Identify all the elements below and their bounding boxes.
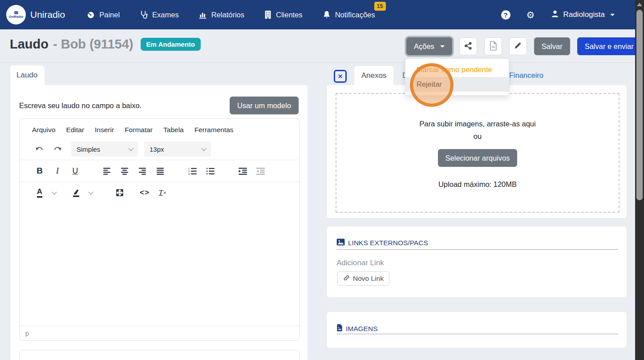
nav-clientes[interactable]: Clientes [264, 10, 303, 19]
editor-toolbar-history: Simples 13px [20, 138, 299, 160]
menu-tabela[interactable]: Tabela [163, 126, 184, 134]
nav-label: Exames [152, 11, 179, 19]
upload-max-size: Upload máximo: 120MB [336, 180, 619, 189]
edit-button[interactable] [509, 37, 527, 55]
secondary-section-box [19, 350, 300, 360]
highlight-chevron-icon[interactable] [86, 185, 95, 200]
header-divider [0, 62, 644, 63]
add-link-label: Adicionar Link [336, 259, 384, 267]
tab-financeiro[interactable]: Financeiro [509, 71, 543, 80]
gear-icon[interactable]: ⚙ [527, 10, 535, 20]
highlight-color-icon[interactable] [69, 185, 84, 200]
editor-toolbar-format: B I U 123 [20, 160, 299, 182]
stethoscope-icon [139, 10, 148, 19]
chevron-down-icon [610, 14, 615, 16]
nav-notificacoes[interactable]: Notificações 15 [322, 10, 375, 19]
element-path[interactable]: p [25, 330, 29, 337]
external-links-card: LINKS EXTERNOS/PACS Adicionar Link Novo … [326, 226, 627, 298]
save-and-send-button[interactable]: Salvar e enviar [577, 37, 641, 55]
section-divider [336, 249, 618, 250]
save-button[interactable]: Salvar [534, 37, 570, 55]
upload-dropzone[interactable]: Para subir imagens, arraste-as aqui ou S… [336, 93, 620, 213]
clear-formatting-icon[interactable]: T× [155, 185, 170, 200]
building-icon [264, 10, 272, 19]
bullet-list-icon[interactable] [203, 163, 218, 178]
images-section-header: IMAGENS [336, 324, 377, 333]
nav-label: Relatórios [211, 11, 244, 19]
bar-chart-icon [198, 10, 207, 19]
nav-right: ? ⚙ Radiologista [501, 9, 615, 20]
pdf-button[interactable] [484, 37, 502, 55]
use-template-button[interactable]: Usar um modelo [230, 97, 299, 114]
italic-icon[interactable]: I [50, 163, 65, 178]
align-justify-icon[interactable] [153, 163, 168, 178]
images-section-title: IMAGENS [346, 325, 377, 333]
align-right-icon[interactable] [135, 163, 150, 178]
nav-relatorios[interactable]: Relatórios [198, 10, 244, 19]
menu-arquivo[interactable]: Arquivo [32, 126, 56, 134]
fullscreen-icon[interactable] [112, 185, 127, 200]
nav-painel[interactable]: Painel [86, 10, 120, 19]
menu-formatar[interactable]: Formatar [125, 126, 153, 134]
undo-icon[interactable] [32, 142, 47, 157]
nav-label: Painel [99, 11, 120, 19]
text-color-chevron-icon[interactable] [50, 185, 59, 200]
image-icon [336, 239, 345, 247]
editor-content-area[interactable] [20, 203, 299, 326]
notification-count-badge[interactable]: 15 [374, 2, 386, 11]
page-title: Laudo - Bob (91154) Em Andamento [10, 37, 201, 52]
menu-ferramentas[interactable]: Ferramentas [194, 126, 234, 134]
anexos-card: Para subir imagens, arraste-as aqui ou S… [326, 85, 627, 218]
file-image-icon [336, 324, 343, 333]
nav-exames[interactable]: Exames [139, 10, 179, 19]
action-bar: Ações Salvar Salvar e enviar [406, 37, 641, 55]
bell-icon [322, 10, 331, 19]
new-link-button[interactable]: Novo Link [337, 271, 389, 286]
nav-label: Clientes [276, 11, 303, 19]
help-icon[interactable]: ? [501, 10, 510, 20]
status-badge: Em Andamento [141, 38, 201, 51]
bold-icon[interactable]: B [32, 163, 47, 178]
underline-icon[interactable]: U [68, 163, 83, 178]
editor-toolbar-color: A <> T× [20, 182, 299, 203]
fontsize-select[interactable]: 13px [144, 142, 211, 157]
chevron-down-icon [201, 146, 206, 151]
text-color-icon[interactable]: A [32, 185, 47, 200]
ordered-list-icon[interactable]: 123 [185, 163, 200, 178]
vertical-scrollbar[interactable] [635, 0, 644, 360]
logo-shield-icon [14, 11, 18, 14]
editor-statusbar: p [20, 326, 299, 340]
source-code-icon[interactable]: <> [137, 185, 152, 200]
pencil-icon [514, 41, 522, 51]
section-divider [336, 334, 618, 334]
tab-laudo[interactable]: Laudo [10, 65, 45, 85]
page-title-main: Laudo [10, 37, 49, 52]
align-center-icon[interactable] [117, 163, 133, 178]
select-files-button[interactable]: Selecionar arquivos [438, 149, 518, 167]
close-icon: × [338, 73, 343, 80]
editor-instruction: Escreva seu laudo no campo a baixo. [19, 101, 142, 110]
brand-name: Uniradio [30, 9, 65, 20]
align-left-icon[interactable] [100, 163, 115, 178]
tab-anexos[interactable]: Anexos [354, 65, 394, 85]
scrollbar-thumb[interactable] [636, 10, 643, 200]
logo-text: UniRadio [9, 15, 24, 19]
menu-inserir[interactable]: Inserir [95, 126, 114, 134]
format-select[interactable]: Simples [71, 142, 138, 157]
user-menu[interactable]: Radiologista [551, 9, 615, 20]
link-icon [343, 275, 350, 283]
menu-editar[interactable]: Editar [66, 126, 85, 134]
nav-items: Painel Exames Relatórios Clientes Notifi… [86, 10, 375, 19]
top-navbar: UniRadio Uniradio Painel Exames Relatóri… [0, 0, 644, 29]
upload-or: ou [336, 132, 619, 141]
brand[interactable]: UniRadio Uniradio [6, 5, 65, 24]
scrollbar-up-arrow[interactable] [637, 3, 642, 6]
upload-instruction: Para subir imagens, arraste-as aqui [336, 120, 619, 128]
share-button[interactable] [459, 37, 477, 55]
redo-icon[interactable] [50, 142, 65, 157]
collapse-panel-button[interactable]: × [334, 70, 347, 83]
user-menu-label: Radiologista [563, 10, 605, 19]
indent-icon[interactable] [235, 163, 250, 178]
acoes-dropdown-button[interactable]: Ações [406, 37, 452, 55]
outdent-icon[interactable] [253, 163, 268, 178]
